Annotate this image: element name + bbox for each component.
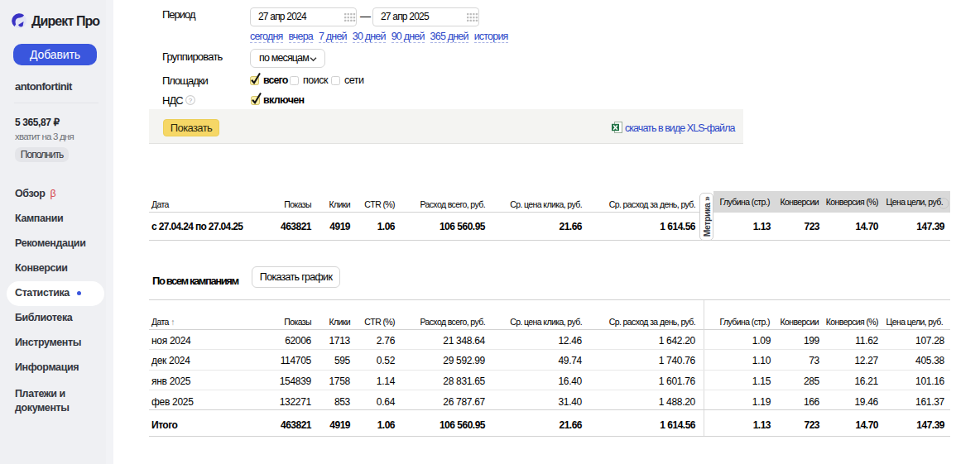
svg-text:?: ? (189, 97, 193, 104)
